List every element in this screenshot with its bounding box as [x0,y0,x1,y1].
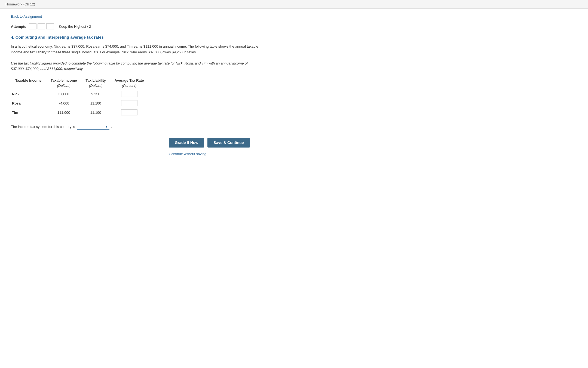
grade-it-now-button[interactable]: Grade It Now [169,138,204,148]
income-system-dropdown-wrapper[interactable]: regressiveproportionalprogressive ▼ [77,124,109,130]
row-1-name: Rosa [11,99,46,108]
col1-header: Taxable Income [11,77,46,82]
row-2-avg-tax-rate-input[interactable] [121,109,137,115]
keep-highest-label: Keep the Highest / 2 [59,24,91,29]
col2-header: Taxable Income [46,77,81,82]
table-row: Rosa74,00011,100 [11,99,148,108]
row-0-name: Nick [11,89,46,99]
attempt-box-1 [29,23,36,29]
question-title: 4. Computing and interpreting average ta… [11,35,261,39]
row-0-avg-tax-rate-input[interactable] [121,91,137,97]
income-system-period: . [111,125,112,129]
row-1-avg-tax-rate-cell [110,99,148,108]
table-row: Nick37,0009,250 [11,89,148,99]
row-2-avg-tax-rate-cell [110,108,148,117]
row-0-avg-tax-rate-cell [110,89,148,99]
income-system-dropdown[interactable]: regressiveproportionalprogressive [77,124,109,130]
row-0-taxable-income: 37,000 [46,89,81,99]
income-system-row: The income tax system for this country i… [11,124,261,130]
row-2-tax-liability: 11,100 [81,108,110,117]
attempt-box-2 [38,23,45,29]
row-1-taxable-income: 74,000 [46,99,81,108]
row-2-taxable-income: 111,000 [46,108,81,117]
col1-subheader [11,82,46,89]
question-body: In a hypothetical economy, Nick earns $3… [11,44,261,55]
table-row: Tim111,00011,100 [11,108,148,117]
attempts-boxes [29,23,54,29]
col4-subheader: (Percent) [110,82,148,89]
save-and-continue-button[interactable]: Save & Continue [207,138,250,148]
row-1-avg-tax-rate-input[interactable] [121,100,137,106]
col4-header: Average Tax Rate [110,77,148,82]
tax-table: Taxable Income Taxable Income Tax Liabil… [11,77,148,117]
back-to-assignment-link[interactable]: Back to Assignment [11,14,42,19]
col3-header: Tax Liability [81,77,110,82]
page-title: Homework (Ch 12) [5,2,35,6]
income-system-text: The income tax system for this country i… [11,125,75,129]
instruction-text: Use the tax liability figures provided t… [11,61,261,72]
row-1-tax-liability: 11,100 [81,99,110,108]
row-2-name: Tim [11,108,46,117]
col2-subheader: (Dollars) [46,82,81,89]
attempt-box-3 [46,23,54,29]
row-0-tax-liability: 9,250 [81,89,110,99]
col3-subheader: (Dollars) [81,82,110,89]
continue-without-saving-link[interactable]: Continue without saving [169,152,206,156]
buttons-area: Grade It Now Save & Continue Continue wi… [169,138,261,156]
attempts-label: Attempts [11,24,26,29]
